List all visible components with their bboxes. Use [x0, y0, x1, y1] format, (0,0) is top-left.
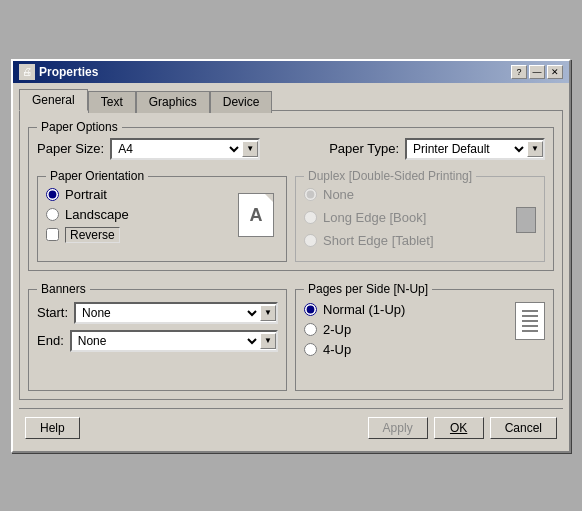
close-button[interactable]: ✕: [547, 65, 563, 79]
pages-icon: [515, 302, 545, 340]
pages-2up-label: 2-Up: [323, 322, 351, 337]
orientation-preview: A: [234, 183, 278, 248]
duplex-long-radio[interactable]: [304, 211, 317, 224]
help-button[interactable]: Help: [25, 417, 80, 439]
pages-spacer: [304, 362, 545, 378]
pages-normal-row: Normal (1-Up): [304, 302, 405, 317]
app-icon: 🖨: [19, 64, 35, 80]
banner-start-select-wrapper[interactable]: None Standard Classified Confidential ▼: [74, 302, 278, 324]
banners-group: Banners Start: None Standard Classified …: [28, 289, 287, 391]
duplex-short-row: Short Edge [Tablet]: [304, 233, 536, 248]
tab-device[interactable]: Device: [210, 91, 273, 113]
portrait-radio[interactable]: [46, 188, 59, 201]
banner-start-arrow[interactable]: ▼: [260, 305, 276, 321]
orientation-content: Portrait Landscape Reverse: [46, 183, 278, 248]
reverse-label: Reverse: [70, 228, 115, 242]
paper-type-arrow[interactable]: ▼: [527, 141, 543, 157]
bottom-section: Banners Start: None Standard Classified …: [28, 279, 554, 391]
pages-preview: [515, 302, 545, 340]
paper-size-type-row: Paper Size: A4 Letter Legal A3 B5 ▼: [37, 138, 545, 160]
duplex-long-row: Long Edge [Book]: [304, 207, 536, 233]
pages-normal-radio[interactable]: [304, 303, 317, 316]
pages-2up-radio[interactable]: [304, 323, 317, 336]
portrait-label: Portrait: [65, 187, 107, 202]
properties-window: 🖨 Properties ? — ✕ General Text Graphics…: [11, 59, 571, 453]
paper-options-group: Paper Options Paper Size: A4 Letter Lega…: [28, 127, 554, 271]
paper-size-arrow[interactable]: ▼: [242, 141, 258, 157]
tab-graphics[interactable]: Graphics: [136, 91, 210, 113]
tab-text[interactable]: Text: [88, 91, 136, 113]
pages-4up-label: 4-Up: [323, 342, 351, 357]
landscape-label: Landscape: [65, 207, 129, 222]
window-title: Properties: [39, 65, 98, 79]
duplex-long-icon: [516, 207, 536, 233]
footer-right-buttons: Apply OK Cancel: [368, 417, 557, 439]
pages-radios: Normal (1-Up) 2-Up 4-Up: [304, 302, 405, 362]
tab-general[interactable]: General: [19, 89, 88, 111]
page-line-1: [522, 310, 538, 312]
duplex-short-radio[interactable]: [304, 234, 317, 247]
title-bar-buttons: ? — ✕: [511, 65, 563, 79]
reverse-button-label[interactable]: Reverse: [65, 227, 120, 243]
tab-content-general: Paper Options Paper Size: A4 Letter Lega…: [19, 110, 563, 400]
duplex-short-label: Short Edge [Tablet]: [323, 233, 434, 248]
orientation-radios: Portrait Landscape Reverse: [46, 183, 129, 248]
duplex-radios: None Long Edge [Book]: [304, 187, 536, 248]
main-content: General Text Graphics Device Paper Optio…: [13, 83, 569, 451]
ok-button[interactable]: OK: [434, 417, 484, 439]
duplex-none-radio[interactable]: [304, 188, 317, 201]
portrait-row: Portrait: [46, 187, 129, 202]
paper-size-select-wrapper[interactable]: A4 Letter Legal A3 B5 ▼: [110, 138, 260, 160]
paper-type-select-wrapper[interactable]: Printer Default Plain Paper Photo Paper …: [405, 138, 545, 160]
duplex-none-label: None: [323, 187, 354, 202]
banners-spacer: [37, 352, 278, 382]
pages-4up-radio[interactable]: [304, 343, 317, 356]
orientation-group: Paper Orientation Portrait Landscape: [37, 176, 287, 262]
orientation-duplex-row: Paper Orientation Portrait Landscape: [37, 168, 545, 262]
page-line-5: [522, 330, 538, 332]
page-line-2: [522, 315, 538, 317]
banner-end-row: End: None Standard Classified Confidenti…: [37, 330, 278, 352]
paper-type-select[interactable]: Printer Default Plain Paper Photo Paper: [407, 140, 527, 158]
page-line-3: [522, 320, 538, 322]
page-line-4: [522, 325, 538, 327]
banner-end-select-wrapper[interactable]: None Standard Classified Confidential ▼: [70, 330, 278, 352]
paper-size-label: Paper Size:: [37, 141, 104, 156]
duplex-group: Duplex [Double-Sided Printing] None Long…: [295, 176, 545, 262]
paper-preview-icon: A: [238, 193, 274, 237]
reverse-checkbox[interactable]: [46, 228, 59, 241]
banner-start-select[interactable]: None Standard Classified Confidential: [76, 304, 260, 322]
pages-2up-row: 2-Up: [304, 322, 405, 337]
banner-end-label: End:: [37, 333, 64, 348]
ok-label: OK: [450, 421, 467, 435]
banner-start-label: Start:: [37, 305, 68, 320]
banners-title: Banners: [37, 282, 90, 296]
cancel-button[interactable]: Cancel: [490, 417, 557, 439]
banner-start-row: Start: None Standard Classified Confiden…: [37, 302, 278, 324]
orientation-title: Paper Orientation: [46, 169, 148, 183]
duplex-long-label: Long Edge [Book]: [323, 210, 426, 225]
pages-content: Normal (1-Up) 2-Up 4-Up: [304, 298, 545, 362]
duplex-none-row: None: [304, 187, 536, 202]
pages-normal-label: Normal (1-Up): [323, 302, 405, 317]
help-button[interactable]: ?: [511, 65, 527, 79]
paper-size-select[interactable]: A4 Letter Legal A3 B5: [112, 140, 242, 158]
apply-button[interactable]: Apply: [368, 417, 428, 439]
pages-group: Pages per Side [N-Up] Normal (1-Up) 2-Up: [295, 289, 554, 391]
reverse-row: Reverse: [46, 227, 129, 243]
landscape-row: Landscape: [46, 207, 129, 222]
minimize-button[interactable]: —: [529, 65, 545, 79]
banner-end-arrow[interactable]: ▼: [260, 333, 276, 349]
pages-title: Pages per Side [N-Up]: [304, 282, 432, 296]
duplex-title: Duplex [Double-Sided Printing]: [304, 169, 476, 183]
paper-type-label: Paper Type:: [329, 141, 399, 156]
footer: Help Apply OK Cancel: [19, 408, 563, 445]
title-bar-left: 🖨 Properties: [19, 64, 98, 80]
paper-size-field: Paper Size: A4 Letter Legal A3 B5 ▼: [37, 138, 260, 160]
paper-options-title: Paper Options: [37, 120, 122, 134]
title-bar: 🖨 Properties ? — ✕: [13, 61, 569, 83]
banner-end-select[interactable]: None Standard Classified Confidential: [72, 332, 260, 350]
tab-bar: General Text Graphics Device: [19, 89, 563, 111]
pages-4up-row: 4-Up: [304, 342, 405, 357]
landscape-radio[interactable]: [46, 208, 59, 221]
